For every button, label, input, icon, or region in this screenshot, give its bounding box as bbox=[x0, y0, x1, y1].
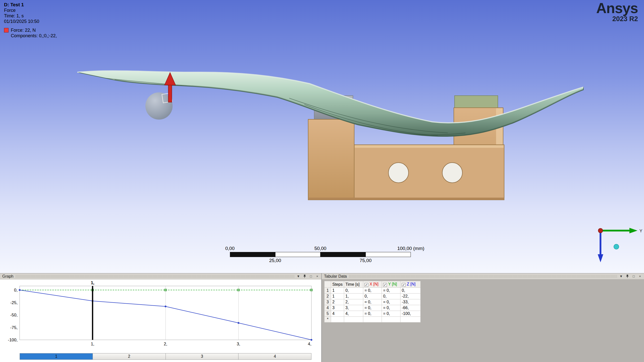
scale-ruler bbox=[230, 252, 411, 257]
tabular-body: StepsTime [s]✓X [N]✓Y [N]✓Z [N]110,= 0,=… bbox=[322, 279, 644, 362]
column-header-z[interactable]: ✓Z [N] bbox=[400, 281, 421, 288]
row-number[interactable]: 2 bbox=[325, 294, 331, 299]
graph-panel-header: Graph ▼ □ × bbox=[0, 273, 321, 279]
step-segment-3[interactable]: 3 bbox=[166, 353, 239, 360]
table-row: 322,= 0,= 0,-33, bbox=[325, 299, 421, 305]
graph-body[interactable]: 1,0,-25,-50,-75,-100,1,2,3,4, 1234 bbox=[0, 279, 321, 362]
table-cell[interactable]: -22, bbox=[400, 294, 421, 299]
analysis-title: D: Test 1 bbox=[4, 2, 57, 8]
row-number[interactable]: 3 bbox=[325, 299, 331, 305]
table-cell[interactable]: = 0, bbox=[382, 305, 400, 311]
table-row: * bbox=[325, 317, 421, 322]
scale-label-25: 25,00 bbox=[269, 258, 281, 263]
svg-text:-100,: -100, bbox=[8, 338, 18, 342]
panel-grip[interactable] bbox=[15, 275, 295, 278]
table-cell[interactable]: 0, bbox=[344, 288, 363, 294]
column-header-x[interactable]: ✓X [N] bbox=[363, 281, 382, 288]
table-cell[interactable]: 3 bbox=[331, 305, 344, 311]
table-cell[interactable]: 3, bbox=[344, 305, 363, 311]
table-cell[interactable]: 2 bbox=[331, 299, 344, 305]
table-cell[interactable]: = 0, bbox=[363, 305, 382, 311]
step-segment-2[interactable]: 2 bbox=[93, 353, 166, 360]
graph-panel: Graph ▼ □ × 1,0,-25,-50,-75,-100,1,2,3,4… bbox=[0, 273, 321, 362]
table-cell[interactable]: 4, bbox=[344, 311, 363, 317]
column-label-steps: Steps bbox=[332, 282, 343, 286]
y-column-checkbox[interactable]: ✓ bbox=[383, 283, 387, 287]
table-cell[interactable]: 0, bbox=[400, 288, 421, 294]
force-legend-swatch bbox=[4, 28, 9, 32]
table-cell[interactable]: = 0, bbox=[363, 299, 382, 305]
svg-text:-25,: -25, bbox=[10, 300, 18, 305]
table-cell[interactable]: 1 bbox=[331, 294, 344, 299]
tabular-panel-header: Tabular Data ▼ □ × bbox=[322, 273, 644, 279]
panel-maximize-icon[interactable]: □ bbox=[631, 274, 636, 279]
table-cell[interactable]: = 0, bbox=[382, 299, 400, 305]
table-cell[interactable]: = 0, bbox=[382, 311, 400, 317]
tabular-panel-title: Tabular Data bbox=[323, 274, 348, 279]
scale-label-50: 50,00 bbox=[314, 246, 327, 251]
table-cell[interactable] bbox=[363, 317, 382, 322]
steps-bar: 1234 bbox=[20, 353, 311, 360]
tabular-data-table: StepsTime [s]✓X [N]✓Y [N]✓Z [N]110,= 0,=… bbox=[324, 281, 421, 322]
column-header-time[interactable]: Time [s] bbox=[344, 281, 363, 288]
table-cell[interactable]: 1 bbox=[331, 288, 344, 294]
x-column-checkbox[interactable]: ✓ bbox=[365, 283, 368, 287]
row-number[interactable]: 1 bbox=[325, 288, 331, 294]
table-cell[interactable]: 0, bbox=[363, 294, 382, 299]
force-legend-label: Force: 22, N bbox=[11, 27, 57, 33]
panel-pin-icon[interactable] bbox=[302, 274, 307, 279]
ansys-logo: Ansys 2023 R2 bbox=[596, 1, 638, 23]
ansys-version-text: 2023 R2 bbox=[596, 15, 638, 23]
x-axis-ball[interactable] bbox=[598, 228, 603, 233]
svg-text:1,: 1, bbox=[91, 280, 94, 285]
table-cell[interactable]: -100, bbox=[400, 311, 421, 317]
row-number[interactable]: * bbox=[325, 317, 331, 322]
svg-text:-75,: -75, bbox=[10, 325, 18, 330]
iso-view-ball[interactable] bbox=[614, 244, 619, 249]
table-cell[interactable]: 0, bbox=[382, 294, 400, 299]
column-label-time: Time [s] bbox=[345, 282, 359, 286]
svg-text:1,: 1, bbox=[91, 342, 94, 346]
panel-menu-icon[interactable]: ▼ bbox=[296, 274, 301, 279]
model-viewport[interactable]: D: Test 1 Force Time: 1, s 01/10/2025 10… bbox=[0, 0, 644, 273]
fixture-green-block[interactable] bbox=[455, 96, 498, 108]
step-segment-1[interactable]: 1 bbox=[20, 353, 93, 360]
panel-grip[interactable] bbox=[349, 275, 617, 278]
table-cell[interactable] bbox=[400, 317, 421, 322]
table-cell[interactable] bbox=[382, 317, 400, 322]
svg-text:0,: 0, bbox=[14, 288, 18, 293]
panel-close-icon[interactable]: × bbox=[637, 274, 642, 279]
orientation-triad[interactable]: Y bbox=[586, 224, 644, 266]
tabular-data-panel: Tabular Data ▼ □ × StepsTime [s]✓X [N]✓Y… bbox=[322, 273, 644, 362]
svg-text:-50,: -50, bbox=[10, 313, 18, 317]
step-segment-4[interactable]: 4 bbox=[238, 353, 311, 360]
table-cell[interactable]: 1, bbox=[344, 294, 363, 299]
panel-maximize-icon[interactable]: □ bbox=[308, 274, 313, 279]
force-time-chart[interactable]: 1,0,-25,-50,-75,-100,1,2,3,4, bbox=[0, 279, 321, 352]
table-row: 544,= 0,= 0,-100, bbox=[325, 311, 421, 317]
table-cell[interactable]: -33, bbox=[400, 299, 421, 305]
row-number[interactable]: 4 bbox=[325, 305, 331, 311]
column-header-y[interactable]: ✓Y [N] bbox=[382, 281, 400, 288]
table-cell[interactable] bbox=[344, 317, 363, 322]
table-cell[interactable]: = 0, bbox=[363, 288, 382, 294]
force-legend: Force: 22, N Components: 0,;0,;-22, bbox=[4, 27, 57, 39]
ansys-brand-text: Ansys bbox=[596, 1, 638, 15]
panel-pin-icon[interactable] bbox=[625, 274, 630, 279]
y-axis-arrow[interactable] bbox=[600, 228, 637, 233]
graph-panel-title: Graph bbox=[2, 274, 14, 279]
panel-close-icon[interactable]: × bbox=[315, 274, 320, 279]
column-label-z: Z [N] bbox=[407, 282, 416, 286]
z-column-checkbox[interactable]: ✓ bbox=[402, 283, 406, 287]
table-cell[interactable]: 4 bbox=[331, 311, 344, 317]
table-cell[interactable]: 2, bbox=[344, 299, 363, 305]
z-axis-arrow[interactable] bbox=[598, 231, 603, 262]
row-number[interactable]: 5 bbox=[325, 311, 331, 317]
table-cell[interactable]: = 0, bbox=[363, 311, 382, 317]
column-header-steps[interactable]: Steps bbox=[331, 281, 344, 288]
panel-menu-icon[interactable]: ▼ bbox=[619, 274, 624, 279]
table-cell[interactable]: -66, bbox=[400, 305, 421, 311]
table-cell[interactable]: = 0, bbox=[382, 288, 400, 294]
table-cell[interactable] bbox=[331, 317, 344, 322]
column-label-y: Y [N] bbox=[388, 282, 397, 286]
